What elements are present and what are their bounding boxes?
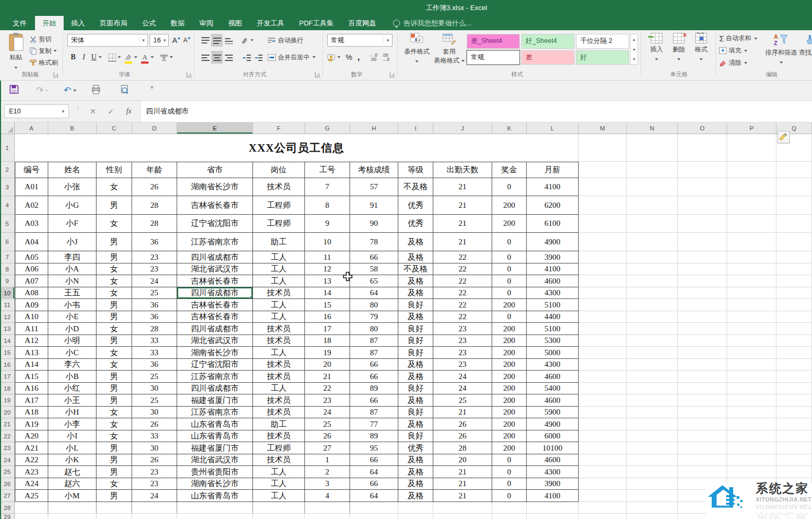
cell[interactable]: [253, 502, 305, 514]
cell[interactable]: [627, 335, 678, 347]
header-cell-编号[interactable]: 编号: [15, 162, 48, 178]
cell-E5[interactable]: 辽宁省沈阳市: [177, 215, 253, 233]
cell-F17[interactable]: 技术员: [253, 371, 305, 383]
cell[interactable]: [678, 371, 727, 383]
cell[interactable]: [177, 514, 253, 519]
decrease-decimal-button[interactable]: .00→.0: [381, 51, 390, 64]
grow-font-button[interactable]: A▲: [171, 34, 182, 47]
cell[interactable]: [678, 323, 727, 335]
cell-A17[interactable]: A15: [15, 371, 48, 383]
cell-D24[interactable]: 26: [132, 454, 177, 466]
cell[interactable]: [627, 134, 678, 162]
cell-B13[interactable]: 小D: [48, 323, 97, 335]
cell-A20[interactable]: A18: [15, 407, 48, 418]
cell[interactable]: [579, 430, 627, 442]
cell-G18[interactable]: 22: [305, 383, 350, 394]
cell-A11[interactable]: A09: [15, 299, 48, 311]
cell-K3[interactable]: 0: [492, 178, 527, 196]
cell[interactable]: [678, 275, 727, 287]
cell-C23[interactable]: 男: [97, 442, 132, 454]
cell-E24[interactable]: 湖北省武汉市: [177, 454, 253, 466]
row-header-26[interactable]: 26: [0, 478, 15, 490]
cell[interactable]: [678, 196, 727, 215]
cell-B14[interactable]: 小明: [48, 335, 97, 347]
cell-F19[interactable]: 技术员: [253, 394, 305, 407]
cell[interactable]: [97, 514, 132, 519]
cell[interactable]: [727, 251, 776, 263]
formula-input[interactable]: 四川省成都市: [140, 101, 812, 122]
cell-B18[interactable]: 小红: [48, 383, 97, 394]
header-cell-考核成绩[interactable]: 考核成绩: [350, 162, 398, 178]
cell-B27[interactable]: 小M: [48, 490, 97, 502]
percent-style-button[interactable]: %: [344, 51, 354, 64]
cell[interactable]: [579, 359, 627, 371]
undo-button[interactable]: ↶: [64, 85, 76, 96]
column-header-H[interactable]: H: [350, 122, 398, 134]
phonetic-button[interactable]: wén 文: [160, 51, 168, 64]
underline-dropdown-arrow[interactable]: [99, 56, 102, 58]
cell-C12[interactable]: 男: [97, 311, 132, 323]
row-header-15[interactable]: 15: [0, 347, 15, 359]
cell-H17[interactable]: 66: [350, 371, 398, 383]
cell[interactable]: [627, 430, 678, 442]
cell-D18[interactable]: 30: [132, 383, 177, 394]
cell-E7[interactable]: 四川省成都市: [177, 251, 253, 263]
cell-B3[interactable]: 小张: [48, 178, 97, 196]
cell-E15[interactable]: 湖南省长沙市: [177, 347, 253, 359]
cell-H25[interactable]: 64: [350, 466, 398, 478]
find-select-button[interactable]: 查找: [799, 33, 812, 57]
cell[interactable]: [776, 299, 812, 311]
gallery-scroll-up-icon[interactable]: ▲: [631, 34, 638, 45]
print-preview-button[interactable]: [91, 85, 101, 94]
cell-K10[interactable]: 0: [492, 287, 527, 299]
cell[interactable]: [627, 371, 678, 383]
cell-H14[interactable]: 87: [350, 335, 398, 347]
cell-F13[interactable]: 技术员: [253, 323, 305, 335]
cell-E13[interactable]: 四川省成都市: [177, 323, 253, 335]
cell-H26[interactable]: 66: [350, 478, 398, 490]
cell[interactable]: [776, 359, 812, 371]
cell[interactable]: [727, 407, 776, 418]
cell[interactable]: [678, 359, 727, 371]
font-dialog-launcher[interactable]: [187, 72, 192, 77]
cell-L22[interactable]: 6000: [527, 430, 579, 442]
cell-L3[interactable]: 4100: [527, 178, 579, 196]
cell-A13[interactable]: A11: [15, 323, 48, 335]
row-header-20[interactable]: 20: [0, 407, 15, 418]
cell-J14[interactable]: 23: [433, 335, 492, 347]
row-header-29[interactable]: 29: [0, 514, 15, 519]
column-header-B[interactable]: B: [48, 122, 97, 134]
cell[interactable]: [579, 323, 627, 335]
cell[interactable]: [579, 418, 627, 430]
cell[interactable]: [579, 454, 627, 466]
cell-B6[interactable]: 小J: [48, 233, 97, 251]
cell-L19[interactable]: 4600: [527, 394, 579, 407]
sort-dropdown-arrow[interactable]: [780, 61, 783, 64]
cell[interactable]: [727, 347, 776, 359]
column-header-A[interactable]: A: [15, 122, 48, 134]
cell-D7[interactable]: 23: [132, 251, 177, 263]
orientation-dropdown-arrow[interactable]: [250, 39, 254, 41]
cell-K23[interactable]: 200: [492, 442, 527, 454]
cell-D8[interactable]: 23: [132, 263, 177, 275]
cell-J10[interactable]: 22: [433, 287, 492, 299]
cell-G14[interactable]: 18: [305, 335, 350, 347]
cell-L26[interactable]: 3900: [527, 478, 579, 490]
cell[interactable]: [678, 394, 727, 407]
cell-L18[interactable]: 5400: [527, 383, 579, 394]
tab-9[interactable]: 百度网盘: [341, 16, 383, 30]
tab-7[interactable]: 开发工具: [249, 16, 292, 30]
cell-L23[interactable]: 10100: [527, 442, 579, 454]
cell-D20[interactable]: 30: [132, 407, 177, 418]
cell-H24[interactable]: 66: [350, 454, 398, 466]
cell-D6[interactable]: 36: [132, 233, 177, 251]
cell-E18[interactable]: 四川省成都市: [177, 383, 253, 394]
cell-E4[interactable]: 吉林省长春市: [177, 196, 253, 215]
conditional-dropdown-arrow[interactable]: [415, 60, 418, 63]
cell-A5[interactable]: A03: [15, 215, 48, 233]
cell[interactable]: [627, 442, 678, 454]
cell[interactable]: [678, 215, 727, 233]
cell[interactable]: [678, 178, 727, 196]
cell-J8[interactable]: 22: [433, 263, 492, 275]
formula-bar-resize-dots[interactable]: ⋮: [75, 107, 77, 116]
